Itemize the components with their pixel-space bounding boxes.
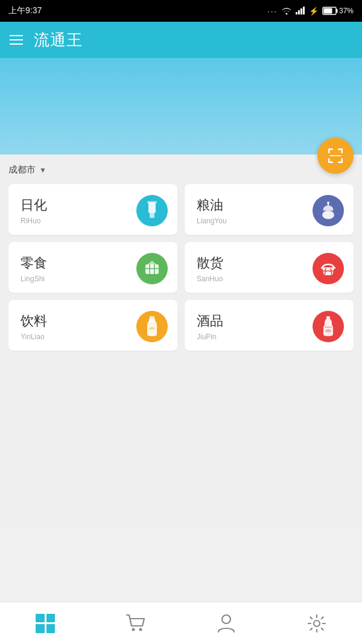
category-name-liangyou: 粮油 — [197, 196, 227, 214]
app-bar: 流通王 — [0, 22, 362, 58]
svg-rect-33 — [326, 316, 330, 319]
category-name-yinliao: 饮料 — [21, 312, 47, 330]
svg-point-32 — [149, 327, 155, 330]
signal-icon — [296, 6, 305, 16]
category-icon-rihuo — [136, 195, 168, 226]
svg-point-21 — [327, 202, 329, 204]
svg-rect-17 — [150, 213, 154, 218]
wifi-icon — [281, 6, 292, 16]
svg-rect-3 — [303, 7, 305, 14]
category-icon-yinliao — [136, 311, 168, 342]
svg-rect-5 — [336, 9, 337, 13]
svg-rect-18 — [147, 201, 157, 203]
city-name: 成都市 — [8, 164, 36, 176]
category-name-lingshi: 零食 — [21, 254, 47, 272]
svg-point-38 — [222, 615, 230, 623]
category-icon-liangyou — [313, 195, 344, 226]
settings-icon — [306, 613, 328, 634]
svg-point-19 — [322, 211, 334, 219]
nav-item-settings[interactable] — [272, 602, 362, 644]
category-icon-lingshi — [136, 253, 168, 284]
category-pinyin-yinliao: YinLiao — [21, 333, 47, 341]
scan-button[interactable] — [317, 138, 354, 174]
svg-rect-31 — [149, 319, 155, 322]
menu-button[interactable] — [10, 35, 23, 45]
category-name-sanhuo: 散货 — [197, 254, 223, 272]
nav-item-user[interactable] — [181, 602, 272, 644]
category-pinyin-lingshi: LingShi — [21, 275, 47, 283]
status-bar: 上午9:37 ··· ⚡ 37% — [0, 0, 362, 22]
svg-point-34 — [325, 330, 331, 333]
nav-item-home[interactable] — [0, 602, 91, 644]
svg-rect-16 — [148, 202, 156, 213]
app-title: 流通王 — [34, 30, 83, 51]
svg-rect-2 — [300, 8, 302, 14]
category-icon-sanhuo — [313, 253, 344, 284]
cart-icon — [125, 613, 147, 634]
category-card-sanhuo[interactable]: 散货 SanHuo — [185, 242, 354, 293]
category-pinyin-jiupin: JiuPin — [197, 333, 223, 341]
category-name-jiupin: 酒品 — [197, 312, 223, 330]
category-icon-jiupin — [313, 311, 344, 342]
category-card-rihuo[interactable]: 日化 RiHuo — [8, 184, 177, 235]
banner — [0, 58, 362, 155]
svg-rect-12 — [328, 158, 330, 163]
category-card-jiupin[interactable]: 酒品 JiuPin — [185, 300, 354, 351]
category-pinyin-sanhuo: SanHuo — [197, 275, 223, 283]
city-row: 成都市 ▼ — [8, 162, 354, 176]
city-dropdown-arrow: ▼ — [39, 166, 46, 174]
svg-rect-10 — [341, 148, 343, 153]
category-card-lingshi[interactable]: 零食 LingShi — [8, 242, 177, 293]
charging-icon: ⚡ — [309, 7, 319, 16]
svg-point-39 — [314, 620, 320, 626]
battery-container: 37% — [322, 7, 354, 15]
bottom-nav — [0, 602, 362, 644]
home-icon — [34, 613, 56, 634]
category-card-yinliao[interactable]: 饮料 YinLiao — [8, 300, 177, 351]
svg-rect-0 — [296, 12, 297, 14]
status-icons: ··· ⚡ 37% — [267, 6, 354, 16]
svg-rect-8 — [328, 148, 330, 153]
svg-rect-14 — [341, 158, 343, 163]
svg-point-37 — [139, 628, 142, 631]
signal-dots: ··· — [267, 7, 278, 16]
svg-rect-15 — [329, 155, 341, 156]
svg-rect-1 — [298, 10, 300, 14]
battery-percent: 37% — [339, 7, 354, 15]
category-grid: 日化 RiHuo 粮油 LiangYou — [8, 184, 354, 351]
category-card-liangyou[interactable]: 粮油 LiangYou — [185, 184, 354, 235]
svg-rect-22 — [145, 264, 159, 274]
category-pinyin-rihuo: RiHuo — [21, 217, 47, 225]
city-selector[interactable]: 成都市 ▼ — [8, 164, 46, 176]
category-pinyin-liangyou: LiangYou — [197, 217, 227, 225]
category-name-rihuo: 日化 — [21, 196, 47, 214]
nav-item-cart[interactable] — [91, 602, 181, 644]
content-area: 成都市 ▼ 日化 RiHuo 粮油 LiangYou — [0, 155, 362, 529]
user-icon — [215, 613, 237, 634]
status-time: 上午9:37 — [8, 5, 42, 16]
svg-rect-6 — [323, 8, 332, 14]
svg-point-36 — [132, 628, 135, 631]
